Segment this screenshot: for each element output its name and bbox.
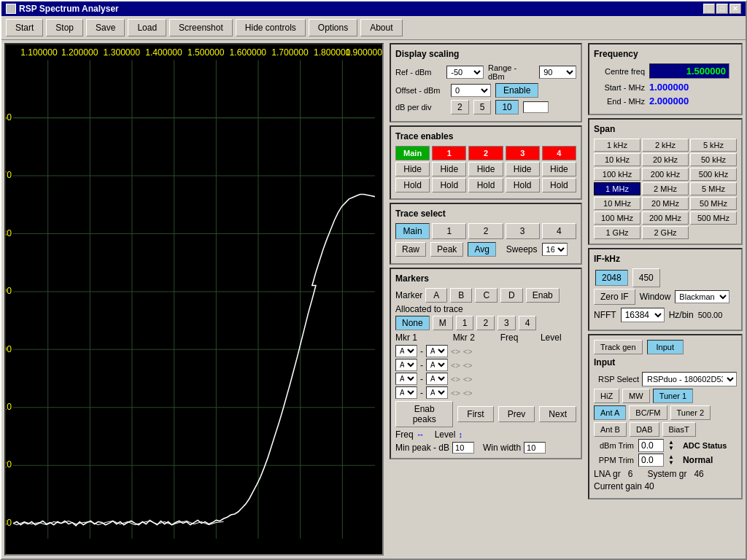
tuner2-button[interactable]: Tuner 2 <box>670 405 711 420</box>
trace-2-hold[interactable]: Hold <box>468 178 503 192</box>
trace-main-hide[interactable]: Hide <box>395 162 430 176</box>
ts-4-button[interactable]: 4 <box>542 223 576 239</box>
trace-4-hide[interactable]: Hide <box>542 162 576 176</box>
avg-button[interactable]: Avg <box>468 242 495 257</box>
trace-3-hold[interactable]: Hold <box>506 178 540 192</box>
span-5khz[interactable]: 5 kHz <box>690 139 737 152</box>
span-500khz[interactable]: 500 kHz <box>690 168 737 181</box>
dbm-trim-input[interactable] <box>638 439 664 452</box>
trace-4-hold[interactable]: Hold <box>542 178 576 192</box>
trace-4-button[interactable]: 4 <box>542 146 576 160</box>
ppm-down-arrow[interactable]: ▼ <box>668 460 674 466</box>
ant-b-button[interactable]: Ant B <box>594 422 627 437</box>
span-5mhz[interactable]: 5 MHz <box>690 182 737 195</box>
min-peak-input[interactable] <box>452 442 474 454</box>
dab-button[interactable]: DAB <box>630 422 659 437</box>
stop-button[interactable]: Stop <box>46 19 83 36</box>
span-50khz[interactable]: 50 kHz <box>690 153 737 166</box>
span-20khz[interactable]: 20 kHz <box>642 153 689 166</box>
mkr2-row2-select[interactable]: A <box>426 359 448 371</box>
centre-freq-display[interactable]: 1.500000 <box>649 63 729 79</box>
dbm-down-arrow[interactable]: ▼ <box>668 446 674 451</box>
ts-2-button[interactable]: 2 <box>468 223 503 239</box>
span-2ghz[interactable]: 2 GHz <box>642 226 689 239</box>
mkr1-row2-select[interactable]: A <box>395 359 417 371</box>
span-100khz[interactable]: 100 kHz <box>594 168 640 181</box>
trace-3-button[interactable]: 3 <box>506 146 540 160</box>
mkr1-row1-select[interactable]: A <box>395 345 417 357</box>
marker-b-button[interactable]: B <box>450 288 472 303</box>
save-button[interactable]: Save <box>86 19 125 36</box>
marker-a-button[interactable]: A <box>425 288 447 303</box>
hiz-button[interactable]: HiZ <box>594 389 619 403</box>
span-20mhz[interactable]: 20 MHz <box>642 197 689 210</box>
mkr1-row3-select[interactable]: A <box>395 373 417 385</box>
span-10khz[interactable]: 10 kHz <box>594 153 640 166</box>
ref-dbm-select[interactable]: -50 <box>446 66 484 79</box>
marker-enab-button[interactable]: Enab <box>526 288 560 303</box>
ppm-trim-input[interactable] <box>638 454 664 467</box>
next-button[interactable]: Next <box>539 406 576 422</box>
about-button[interactable]: About <box>360 19 402 36</box>
mkr2-row3-select[interactable]: A <box>426 373 448 385</box>
bc-fm-button[interactable]: BC/FM <box>629 405 667 420</box>
span-1ghz[interactable]: 1 GHz <box>594 226 640 239</box>
alloc-2-button[interactable]: 2 <box>476 316 495 330</box>
trace-main-button[interactable]: Main <box>395 146 430 160</box>
ts-main-button[interactable]: Main <box>395 223 430 239</box>
trace-3-hide[interactable]: Hide <box>506 162 540 176</box>
span-1khz[interactable]: 1 kHz <box>594 139 640 152</box>
range-dbm-select[interactable]: 90 <box>539 66 576 79</box>
enable-button[interactable]: Enable <box>495 83 538 98</box>
trace-main-hold[interactable]: Hold <box>395 178 430 192</box>
mw-button[interactable]: MW <box>622 389 650 403</box>
if-2048-button[interactable]: 2048 <box>595 270 628 286</box>
enab-peaks-button[interactable]: Enab peaks <box>395 401 453 427</box>
span-200mhz[interactable]: 200 MHz <box>642 211 689 225</box>
hide-controls-button[interactable]: Hide controls <box>236 19 306 36</box>
trace-1-hide[interactable]: Hide <box>432 162 466 176</box>
screenshot-button[interactable]: Screenshot <box>169 19 233 36</box>
load-button[interactable]: Load <box>128 19 166 36</box>
first-button[interactable]: First <box>457 406 493 422</box>
bias-t-button[interactable]: BiasT <box>662 422 696 437</box>
span-1mhz[interactable]: 1 MHz <box>594 182 640 195</box>
input-toggle-button[interactable]: Input <box>647 340 684 354</box>
track-gen-button[interactable]: Track gen <box>594 340 643 354</box>
mkr1-row4-select[interactable]: A <box>395 386 417 399</box>
alloc-1-button[interactable]: 1 <box>456 316 474 330</box>
alloc-4-button[interactable]: 4 <box>519 316 537 330</box>
if-450-button[interactable]: 450 <box>632 268 660 287</box>
trace-2-hide[interactable]: Hide <box>468 162 503 176</box>
zero-if-button[interactable]: Zero IF <box>594 289 635 305</box>
mkr2-row1-select[interactable]: A <box>426 345 448 357</box>
span-500mhz[interactable]: 500 MHz <box>690 211 737 225</box>
db-custom-input[interactable] <box>523 101 549 113</box>
trace-2-button[interactable]: 2 <box>468 146 503 160</box>
span-50mhz[interactable]: 50 MHz <box>690 197 737 210</box>
ts-1-button[interactable]: 1 <box>432 223 466 239</box>
mkr2-row4-select[interactable]: A <box>426 386 448 399</box>
alloc-none-button[interactable]: None <box>395 316 430 330</box>
marker-c-button[interactable]: C <box>475 288 498 303</box>
rsp-select[interactable]: RSPduo - 180602D532 <box>642 372 737 386</box>
offset-select[interactable]: 0 <box>451 84 491 97</box>
ant-a-button[interactable]: Ant A <box>594 405 626 420</box>
span-200khz[interactable]: 200 kHz <box>642 168 689 181</box>
start-button[interactable]: Start <box>6 19 43 36</box>
db-2-button[interactable]: 2 <box>451 100 469 114</box>
close-button[interactable]: ✕ <box>729 4 741 14</box>
raw-button[interactable]: Raw <box>395 242 426 257</box>
ts-3-button[interactable]: 3 <box>506 223 540 239</box>
db-5-button[interactable]: 5 <box>473 100 492 114</box>
options-button[interactable]: Options <box>309 19 357 36</box>
span-10mhz[interactable]: 10 MHz <box>594 197 640 210</box>
marker-d-button[interactable]: D <box>500 288 523 303</box>
window-select[interactable]: Blackman <box>675 290 729 303</box>
win-width-input[interactable] <box>524 442 546 454</box>
peak-button[interactable]: Peak <box>430 242 463 257</box>
minimize-button[interactable]: _ <box>703 4 715 14</box>
span-2khz[interactable]: 2 kHz <box>642 139 689 152</box>
nfft-select[interactable]: 16384 <box>621 308 665 322</box>
sweeps-select[interactable]: 16 <box>542 243 568 256</box>
